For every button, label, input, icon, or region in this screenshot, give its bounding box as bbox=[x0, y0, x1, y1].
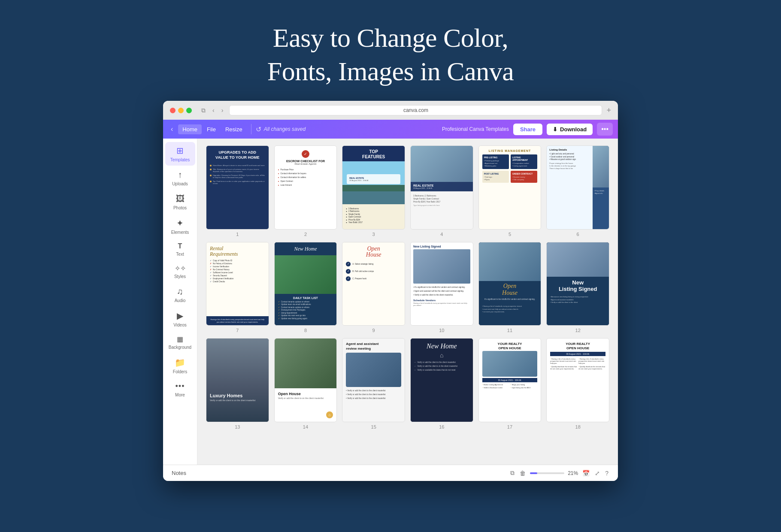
toolbar-divider bbox=[251, 124, 251, 134]
sidebar-item-videos[interactable]: ▶ Videos bbox=[165, 307, 195, 331]
bottom-right: ⧉ 🗑 21% 📅 ⤢ ? bbox=[509, 469, 609, 478]
template-item[interactable]: New Listing Signed • It's significant to… bbox=[410, 242, 473, 333]
delete-icon[interactable]: 🗑 bbox=[519, 469, 527, 478]
sidebar-text-label: Text bbox=[176, 252, 184, 257]
template-item[interactable]: OpenHouse It's significant to be mindful… bbox=[478, 242, 542, 333]
template-thumb-11[interactable]: OpenHouse It's significant to be mindful… bbox=[478, 242, 542, 326]
template-item[interactable]: ✓ ESCROW CHECKLIST FOR Real Estate Agent… bbox=[274, 145, 337, 237]
sidebar-styles-label: Styles bbox=[174, 274, 186, 279]
template-item[interactable]: New Home DAILY TASK LIST ✓Contact tenant… bbox=[274, 242, 337, 333]
toolbar-resize[interactable]: Resize bbox=[221, 124, 247, 134]
browser-chrome: ⧉ ‹ › canva.com + bbox=[163, 101, 618, 120]
template-thumb-2[interactable]: ✓ ESCROW CHECKLIST FOR Real Estate Agent… bbox=[274, 145, 337, 230]
template-thumb-9[interactable]: OpenHouse ✓ A. Select strategic listing bbox=[342, 242, 405, 326]
template-item[interactable]: YOUR REALTYOPEN HOUSE 30 August 2021 - 1… bbox=[546, 338, 609, 429]
toolbar-file[interactable]: File bbox=[203, 124, 220, 134]
download-button[interactable]: ⬇ Download bbox=[547, 124, 593, 135]
sidebar-item-elements[interactable]: ✦ Elements bbox=[165, 215, 195, 238]
share-button[interactable]: Share bbox=[513, 124, 542, 135]
close-button[interactable] bbox=[170, 108, 176, 113]
forward-button[interactable]: › bbox=[220, 106, 225, 115]
template-item[interactable]: LISTING MANAGEMENT PRE-LISTING • Prelist… bbox=[478, 145, 542, 237]
sidebar-item-more[interactable]: ••• More bbox=[165, 378, 195, 401]
maximize-button[interactable] bbox=[186, 108, 192, 113]
template-thumb-13[interactable]: Luxury Homes Verify or add the client to… bbox=[206, 338, 269, 422]
sidebar-elements-label: Elements bbox=[171, 230, 189, 235]
template-thumb-16[interactable]: New Home ⌂ —Verify or add the client to … bbox=[410, 338, 473, 422]
template-item[interactable]: Luxury Homes Verify or add the client to… bbox=[206, 338, 269, 429]
template-thumb-7[interactable]: RentalRequirements ✓Copy of Valid Photo … bbox=[206, 242, 269, 326]
template-number: 9 bbox=[372, 328, 375, 333]
expand-icon[interactable]: ⤢ bbox=[594, 469, 601, 478]
copy-icon[interactable]: ⧉ bbox=[509, 469, 515, 478]
zoom-slider[interactable] bbox=[530, 472, 564, 474]
template-item[interactable]: REAL ESTATE 30 August 2021 - 10 A.M. 3 B… bbox=[410, 145, 473, 237]
toolbar-back-button[interactable]: ‹ bbox=[168, 124, 176, 135]
back-button[interactable]: ‹ bbox=[211, 106, 216, 115]
template-item[interactable]: Open House Verify or add the client to o… bbox=[274, 338, 337, 429]
template-number: 16 bbox=[439, 424, 444, 429]
sidebar-item-photos[interactable]: 🖼 Photos bbox=[165, 190, 195, 214]
template-thumb-12[interactable]: NewListing Signed • Announce new listing… bbox=[546, 242, 609, 326]
template-thumb-4[interactable]: REAL ESTATE 30 August 2021 - 10 A.M. 3 B… bbox=[410, 145, 473, 230]
template-thumb-3[interactable]: TOPFEATURES REAL ESTATE 30 August 2021 -… bbox=[342, 145, 405, 230]
sidebar-background-label: Background bbox=[169, 345, 191, 350]
template-thumb-18[interactable]: YOUR REALTYOPEN HOUSE 30 August 2021 - 1… bbox=[546, 338, 609, 422]
template-thumb-8[interactable]: New Home DAILY TASK LIST ✓Contact tenant… bbox=[274, 242, 337, 326]
template-item[interactable]: RentalRequirements ✓Copy of Valid Photo … bbox=[206, 242, 269, 333]
template-number: 7 bbox=[236, 328, 239, 333]
template-item[interactable]: OpenHouse ✓ A. Select strategic listing bbox=[342, 242, 405, 333]
template-number: 11 bbox=[507, 328, 512, 333]
template-number: 1 bbox=[236, 232, 239, 237]
hero-title: Easy to Change Color, Fonts, Images in C… bbox=[9, 21, 772, 88]
template-thumb-15[interactable]: Agent and assistantreview meeting • Veri… bbox=[342, 338, 405, 422]
sidebar-photos-label: Photos bbox=[173, 206, 187, 210]
sidebar-item-styles[interactable]: ✧✧ Styles bbox=[165, 261, 195, 282]
template-item[interactable]: UPGRADES TO ADDVALUE TO YOUR HOME HomeVi… bbox=[206, 145, 269, 237]
template-item[interactable]: NewListing Signed • Announce new listing… bbox=[546, 242, 609, 333]
audio-icon: ♫ bbox=[177, 287, 183, 296]
template-thumb-14[interactable]: Open House Verify or add the client to o… bbox=[274, 338, 337, 422]
template-number: 5 bbox=[509, 232, 511, 237]
template-thumb-5[interactable]: LISTING MANAGEMENT PRE-LISTING • Prelist… bbox=[478, 145, 542, 230]
template-item[interactable]: TOPFEATURES REAL ESTATE 30 August 2021 -… bbox=[342, 145, 405, 237]
toolbar-right: Profesional Canva Templates Share ⬇ Down… bbox=[442, 123, 613, 136]
address-bar[interactable]: canva.com bbox=[229, 105, 602, 115]
template-thumb-10[interactable]: New Listing Signed • It's significant to… bbox=[410, 242, 473, 326]
template-item[interactable]: New Home ⌂ —Verify or add the client to … bbox=[410, 338, 473, 429]
canvas-bottom: Notes ⧉ 🗑 21% 📅 ⤢ ? bbox=[163, 465, 618, 481]
sidebar-uploads-label: Uploads bbox=[172, 181, 188, 186]
uploads-icon: ↑ bbox=[178, 170, 182, 180]
sidebar-toggle-button[interactable]: ⧉ bbox=[200, 106, 207, 115]
template-item[interactable]: YOUR REALTYOPEN HOUSE 30 August 2021 - 1… bbox=[478, 338, 542, 429]
calendar-icon[interactable]: 📅 bbox=[581, 469, 590, 478]
template-number: 14 bbox=[303, 424, 308, 429]
hero-section: Easy to Change Color, Fonts, Images in C… bbox=[0, 0, 781, 101]
toolbar-undo-button[interactable]: ↺ bbox=[256, 125, 261, 133]
zoom-label: 21% bbox=[568, 470, 578, 476]
sidebar-item-folders[interactable]: 📁 Folders bbox=[165, 354, 195, 378]
toolbar-brand-label: Profesional Canva Templates bbox=[442, 126, 509, 132]
template-number: 8 bbox=[304, 328, 307, 333]
styles-icon: ✧✧ bbox=[175, 264, 186, 272]
template-thumb-6[interactable]: Listing Details • Light and airy and per… bbox=[546, 145, 609, 230]
sidebar-item-text[interactable]: T Text bbox=[165, 239, 195, 260]
videos-icon: ▶ bbox=[177, 311, 183, 321]
minimize-button[interactable] bbox=[178, 108, 184, 113]
template-number: 13 bbox=[235, 424, 240, 429]
template-item[interactable]: Agent and assistantreview meeting • Veri… bbox=[342, 338, 405, 429]
canvas-area[interactable]: UPGRADES TO ADDVALUE TO YOUR HOME HomeVi… bbox=[197, 139, 618, 465]
template-item[interactable]: Listing Details • Light and airy and per… bbox=[546, 145, 609, 237]
new-tab-button[interactable]: + bbox=[606, 106, 611, 115]
template-thumb-1[interactable]: UPGRADES TO ADDVALUE TO YOUR HOME HomeVi… bbox=[206, 145, 269, 230]
help-icon[interactable]: ? bbox=[604, 469, 609, 478]
sidebar-item-templates[interactable]: ⊞ Templates bbox=[165, 142, 195, 166]
sidebar-item-uploads[interactable]: ↑ Uploads bbox=[165, 166, 195, 190]
template-thumb-17[interactable]: YOUR REALTYOPEN HOUSE 30 August 2021 - 1… bbox=[478, 338, 542, 422]
browser-controls: ⧉ ‹ › bbox=[200, 106, 225, 115]
sidebar-item-audio[interactable]: ♫ Audio bbox=[165, 283, 195, 306]
toolbar-home[interactable]: Home bbox=[178, 124, 202, 134]
more-options-button[interactable]: ••• bbox=[597, 123, 613, 136]
sidebar-item-background[interactable]: ▦ Background bbox=[165, 332, 195, 353]
template-number: 2 bbox=[304, 232, 307, 237]
